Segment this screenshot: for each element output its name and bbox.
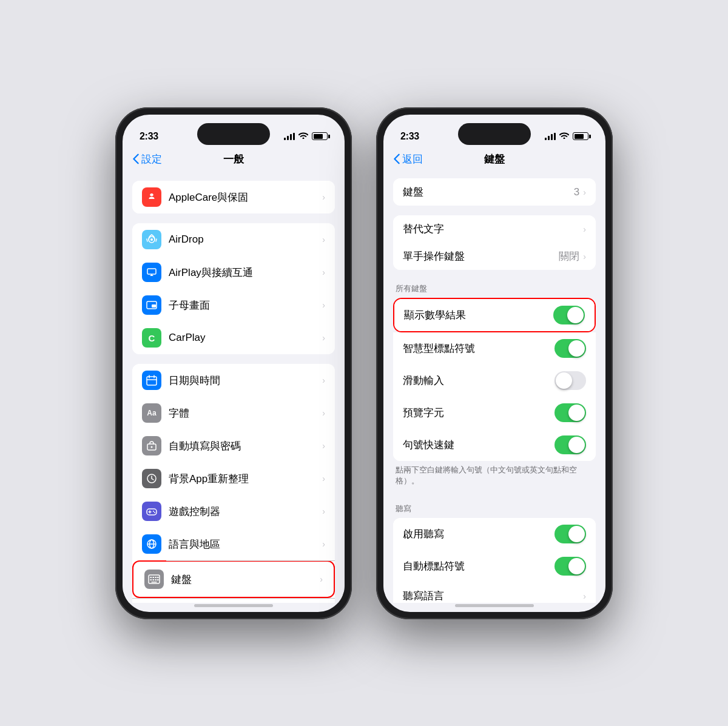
auto-punct-toggle[interactable] bbox=[554, 557, 586, 576]
preview-char-toggle[interactable] bbox=[554, 403, 586, 422]
list-item-substitute-text[interactable]: 替代文字 › bbox=[393, 215, 596, 243]
list-item-datetime[interactable]: 日期與時間 › bbox=[132, 364, 335, 397]
onehand-chevron: › bbox=[583, 252, 586, 261]
list-item-smart-punct[interactable]: 智慧型標點符號 bbox=[393, 332, 596, 365]
svg-rect-3 bbox=[147, 269, 156, 274]
svg-rect-6 bbox=[147, 377, 157, 385]
period-shortcut-footnote: 點兩下空白鍵將輸入句號（中文句號或英文句點和空格）。 bbox=[383, 461, 605, 490]
time-2: 2:33 bbox=[400, 131, 419, 142]
list-item-show-math[interactable]: 顯示數學結果 bbox=[394, 299, 595, 331]
airplay-label: AirPlay與接續互通 bbox=[169, 266, 322, 280]
show-math-label: 顯示數學結果 bbox=[404, 308, 553, 322]
list-item-onehand[interactable]: 單手操作鍵盤 關閉 › bbox=[393, 243, 596, 270]
svg-rect-17 bbox=[150, 577, 152, 578]
keyboard-label: 鍵盤 bbox=[171, 573, 320, 587]
list-item-autofill[interactable]: 自動填寫與密碼 › bbox=[132, 429, 335, 462]
preview-char-label: 預覽字元 bbox=[403, 406, 554, 420]
smart-punct-toggle[interactable] bbox=[554, 339, 586, 358]
list-item-pip[interactable]: 子母畫面 › bbox=[132, 289, 335, 321]
phone-2: 2:33 返回 鍵盤 bbox=[376, 107, 613, 619]
phone-1-screen: 2:33 設定 一般 bbox=[123, 115, 345, 612]
phone-2-screen: 2:33 返回 鍵盤 bbox=[383, 115, 605, 612]
font-chevron: › bbox=[322, 408, 325, 418]
list-item-bgapp[interactable]: 背景App重新整理 › bbox=[132, 462, 335, 495]
swipe-toggle[interactable] bbox=[554, 371, 586, 390]
swipe-label: 滑動輸入 bbox=[403, 374, 554, 388]
nav-bar-2: 返回 鍵盤 bbox=[383, 150, 605, 171]
list-item-keyboard-count[interactable]: 鍵盤 3 › bbox=[393, 178, 596, 206]
keyboard-count-value: 3 bbox=[574, 186, 579, 198]
list-item-gamecontroller[interactable]: 遊戲控制器 › bbox=[132, 495, 335, 528]
list-item-carplay[interactable]: C CarPlay › bbox=[132, 321, 335, 354]
settings-group-all-keyboards: 所有鍵盤 顯示數學結果 智慧型標點符號 bbox=[383, 280, 605, 490]
settings-card-text-options: 替代文字 › 單手操作鍵盤 關閉 › bbox=[393, 215, 596, 270]
substitute-text-chevron: › bbox=[583, 224, 586, 234]
enable-dictation-toggle[interactable] bbox=[554, 525, 586, 543]
settings-card-all-keyboards: 智慧型標點符號 滑動輸入 預覽字元 bbox=[393, 332, 596, 461]
screen-content-2: 鍵盤 3 › 替代文字 › 單手操作鍵盤 關閉 › bbox=[383, 171, 605, 603]
settings-group-dictation: 聽寫 啟用聽寫 自動標點符號 聽寫語 bbox=[383, 500, 605, 603]
datetime-icon bbox=[142, 371, 161, 390]
list-item-airplay[interactable]: AirPlay與接續互通 › bbox=[132, 256, 335, 289]
list-item-keyboard[interactable]: 鍵盤 › bbox=[135, 563, 332, 596]
autofill-chevron: › bbox=[322, 441, 325, 451]
language-icon bbox=[142, 534, 161, 554]
settings-group-datetime: 日期與時間 › Aa 字體 › 自動填寫與密碼 › bbox=[123, 364, 345, 603]
bgapp-chevron: › bbox=[322, 474, 325, 483]
svg-point-11 bbox=[153, 511, 154, 512]
status-icons-1 bbox=[284, 132, 328, 141]
settings-card-datetime: 日期與時間 › Aa 字體 › 自動填寫與密碼 › bbox=[132, 364, 335, 603]
list-item-font[interactable]: Aa 字體 › bbox=[132, 397, 335, 429]
svg-point-12 bbox=[154, 512, 155, 513]
period-shortcut-toggle[interactable] bbox=[554, 435, 586, 454]
datetime-chevron: › bbox=[322, 375, 325, 385]
airdrop-icon bbox=[142, 230, 161, 249]
list-item-preview-char[interactable]: 預覽字元 bbox=[393, 397, 596, 429]
battery-icon-2 bbox=[573, 132, 588, 140]
list-item-swipe[interactable]: 滑動輸入 bbox=[393, 365, 596, 397]
list-item-applecare[interactable]: AppleCare與保固 › bbox=[132, 181, 335, 213]
svg-rect-23 bbox=[155, 579, 157, 580]
nav-back-1[interactable]: 設定 bbox=[132, 152, 162, 166]
svg-rect-22 bbox=[153, 579, 155, 580]
carplay-icon: C bbox=[142, 328, 161, 348]
dictation-lang-chevron: › bbox=[583, 591, 586, 601]
nav-back-2[interactable]: 返回 bbox=[393, 152, 423, 166]
onehand-label: 單手操作鍵盤 bbox=[403, 249, 559, 263]
gamecontroller-label: 遊戲控制器 bbox=[169, 505, 322, 519]
svg-rect-21 bbox=[150, 579, 152, 580]
settings-group-keyboard-count: 鍵盤 3 › bbox=[383, 178, 605, 206]
dynamic-island-1 bbox=[197, 123, 270, 145]
list-item-auto-punct[interactable]: 自動標點符號 bbox=[393, 550, 596, 582]
list-item-airdrop[interactable]: AirDrop › bbox=[132, 223, 335, 256]
settings-card-airdrop: AirDrop › AirPlay與接續互通 › 子 bbox=[132, 223, 335, 354]
list-item-enable-dictation[interactable]: 啟用聽寫 bbox=[393, 518, 596, 550]
home-indicator-1 bbox=[194, 604, 273, 607]
dynamic-island-2 bbox=[458, 123, 531, 145]
bgapp-icon bbox=[142, 469, 161, 488]
language-label: 語言與地區 bbox=[169, 537, 322, 551]
keyboard-count-label: 鍵盤 bbox=[403, 185, 574, 199]
battery-icon-1 bbox=[312, 132, 328, 140]
signal-icon-2 bbox=[545, 133, 556, 140]
time-1: 2:33 bbox=[140, 131, 158, 142]
wifi-icon-2 bbox=[559, 132, 569, 141]
list-item-dictation-lang[interactable]: 聽寫語言 › bbox=[393, 582, 596, 603]
list-item-dictionary[interactable]: 辭典 bbox=[132, 598, 335, 603]
pip-chevron: › bbox=[322, 300, 325, 310]
applecare-chevron: › bbox=[322, 192, 325, 202]
keyboard-highlight-box: 鍵盤 › bbox=[132, 560, 335, 598]
svg-rect-18 bbox=[153, 577, 155, 578]
svg-rect-24 bbox=[157, 579, 159, 580]
signal-icon-1 bbox=[284, 133, 295, 140]
airplay-icon bbox=[142, 263, 161, 282]
list-item-language[interactable]: 語言與地區 › bbox=[132, 528, 335, 560]
substitute-text-label: 替代文字 bbox=[403, 222, 583, 236]
applecare-icon bbox=[142, 187, 161, 207]
settings-card-applecare: AppleCare與保固 › bbox=[132, 181, 335, 213]
screen-content-1: AppleCare與保固 › AirDrop › bbox=[123, 171, 345, 603]
carplay-label: CarPlay bbox=[169, 332, 322, 344]
list-item-period-shortcut[interactable]: 句號快速鍵 bbox=[393, 429, 596, 461]
show-math-toggle[interactable] bbox=[553, 306, 585, 324]
airplay-chevron: › bbox=[322, 267, 325, 277]
